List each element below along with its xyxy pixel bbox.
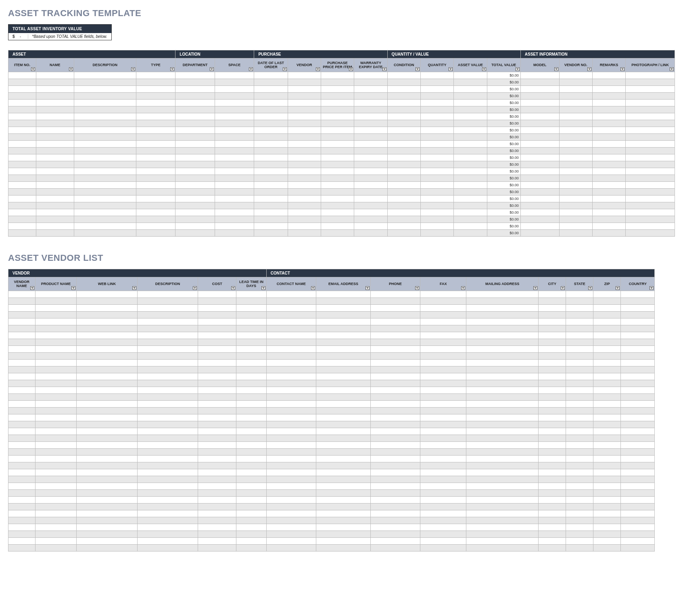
cell[interactable] [559, 141, 592, 148]
cell[interactable] [539, 339, 566, 346]
cell[interactable] [266, 387, 316, 394]
cell[interactable] [566, 449, 593, 456]
cell[interactable] [387, 230, 420, 237]
cell[interactable] [137, 305, 198, 312]
cell[interactable] [387, 120, 420, 127]
cell[interactable] [626, 230, 675, 237]
cell[interactable] [8, 538, 36, 545]
cell[interactable] [137, 462, 198, 469]
cell[interactable] [370, 360, 420, 366]
cell[interactable] [621, 353, 655, 360]
cell[interactable] [520, 182, 559, 189]
cell[interactable] [8, 510, 36, 517]
cell[interactable] [370, 325, 420, 332]
cell[interactable] [420, 141, 453, 148]
cell[interactable] [8, 325, 36, 332]
cell[interactable] [316, 394, 371, 401]
cell[interactable] [175, 223, 215, 230]
cell[interactable] [35, 483, 77, 490]
cell[interactable] [387, 175, 420, 182]
cell[interactable] [370, 339, 420, 346]
cell[interactable] [8, 230, 36, 237]
cell[interactable] [198, 435, 236, 442]
cell[interactable] [36, 100, 74, 106]
filter-dropdown-icon[interactable] [249, 67, 253, 71]
cell[interactable] [74, 93, 136, 100]
column-header[interactable]: WARRANTY EXPIRY DATE [354, 58, 387, 72]
cell[interactable] [254, 196, 288, 202]
cell[interactable] [539, 346, 566, 353]
cell[interactable] [266, 524, 316, 531]
cell[interactable] [236, 531, 266, 538]
cell[interactable] [420, 353, 466, 360]
cell[interactable] [74, 168, 136, 175]
cell[interactable] [8, 373, 36, 380]
cell[interactable] [420, 456, 466, 462]
cell[interactable] [420, 366, 466, 373]
column-header[interactable]: COST [198, 277, 236, 291]
cell[interactable] [137, 387, 198, 394]
cell[interactable] [566, 504, 593, 510]
cell[interactable] [354, 148, 387, 154]
cell[interactable] [215, 72, 254, 79]
cell[interactable] [370, 456, 420, 462]
cell[interactable] [215, 182, 254, 189]
cell[interactable] [454, 209, 487, 216]
cell[interactable] [8, 202, 36, 209]
cell[interactable] [370, 538, 420, 545]
cell[interactable] [566, 545, 593, 551]
cell[interactable] [36, 141, 74, 148]
cell[interactable] [236, 394, 266, 401]
cell[interactable] [316, 428, 371, 435]
cell[interactable] [466, 401, 539, 408]
cell[interactable] [566, 490, 593, 497]
cell[interactable] [626, 86, 675, 93]
cell[interactable] [466, 442, 539, 449]
cell[interactable] [215, 79, 254, 86]
cell[interactable] [137, 510, 198, 517]
cell[interactable] [316, 531, 371, 538]
cell[interactable] [621, 408, 655, 414]
cell[interactable] [175, 93, 215, 100]
cell[interactable] [387, 100, 420, 106]
cell[interactable] [593, 531, 621, 538]
cell[interactable] [35, 435, 77, 442]
column-header[interactable]: DATE OF LAST ORDER [254, 58, 288, 72]
cell[interactable] [559, 196, 592, 202]
cell[interactable] [288, 161, 321, 168]
cell[interactable] [626, 120, 675, 127]
cell[interactable] [539, 318, 566, 325]
cell[interactable] [288, 120, 321, 127]
cell[interactable] [621, 483, 655, 490]
cell[interactable] [321, 154, 354, 161]
cell[interactable] [420, 291, 466, 298]
cell[interactable] [35, 312, 77, 318]
cell[interactable] [593, 353, 621, 360]
cell[interactable] [236, 353, 266, 360]
cell[interactable] [466, 366, 539, 373]
cell[interactable] [420, 305, 466, 312]
cell[interactable] [35, 462, 77, 469]
cell[interactable] [77, 524, 137, 531]
cell[interactable] [592, 202, 625, 209]
cell[interactable] [559, 113, 592, 120]
cell[interactable] [593, 401, 621, 408]
cell[interactable] [466, 346, 539, 353]
cell[interactable] [370, 476, 420, 483]
cell[interactable] [77, 401, 137, 408]
cell[interactable] [8, 346, 36, 353]
cell[interactable] [74, 148, 136, 154]
cell[interactable] [626, 216, 675, 223]
column-header[interactable]: MODEL [520, 58, 559, 72]
cell[interactable] [215, 175, 254, 182]
filter-dropdown-icon[interactable] [588, 286, 592, 290]
cell[interactable] [539, 408, 566, 414]
cell[interactable] [566, 380, 593, 387]
cell[interactable] [420, 134, 453, 141]
cell[interactable] [539, 531, 566, 538]
cell[interactable] [539, 360, 566, 366]
cell[interactable] [566, 332, 593, 339]
cell[interactable] [370, 510, 420, 517]
cell[interactable]: $0.00 [487, 230, 520, 237]
cell[interactable] [236, 428, 266, 435]
